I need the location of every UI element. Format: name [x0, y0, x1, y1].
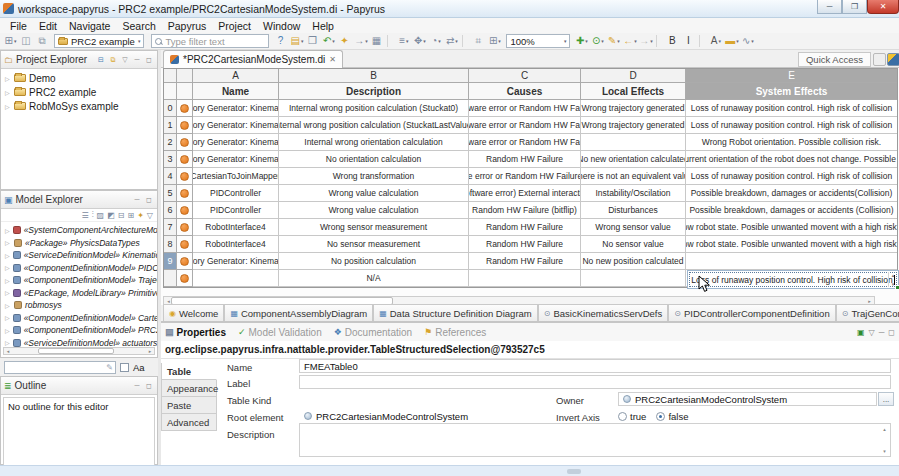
- system-effects-cell[interactable]: Possible breakdown, damages or accidents…: [686, 202, 897, 219]
- column-letter-e[interactable]: E: [686, 69, 897, 83]
- match-case-checkbox[interactable]: [120, 363, 129, 372]
- expand-arrow-icon[interactable]: ▷: [5, 327, 10, 334]
- perspective-papyrus-icon[interactable]: [887, 53, 899, 66]
- toolbar-icon[interactable]: ✦: [337, 34, 352, 48]
- column-letter-c[interactable]: C: [469, 69, 581, 83]
- menu-item[interactable]: Help: [306, 19, 340, 33]
- row-header[interactable]: 3: [164, 151, 177, 168]
- description-cell[interactable]: No position calculation: [279, 253, 469, 270]
- row-header[interactable]: [164, 270, 177, 287]
- invert-axis-true-radio[interactable]: [618, 412, 627, 421]
- diagram-tab[interactable]: ◉ Welcome: [163, 304, 224, 321]
- model-explorer-hscrollbar[interactable]: ◂ ▸: [3, 347, 155, 355]
- toolbar-icon[interactable]: ⊞▾: [3, 34, 18, 48]
- scroll-right-icon[interactable]: ▸: [146, 348, 154, 354]
- close-icon[interactable]: ✕: [329, 55, 336, 64]
- row-header[interactable]: 8: [164, 236, 177, 253]
- expand-arrow-icon[interactable]: ▷: [5, 339, 10, 346]
- toolbar-icon[interactable]: ✚▾: [574, 34, 589, 48]
- toolbar-icon[interactable]: [387, 35, 393, 47]
- quick-access-input[interactable]: Quick Access: [798, 52, 871, 67]
- toolbar-icon[interactable]: ▤▾: [289, 34, 304, 48]
- link-with-editor-icon[interactable]: ✦: [137, 211, 144, 220]
- system-effects-cell[interactable]: Loss of runaway position control. High r…: [686, 100, 897, 117]
- column-letter-b[interactable]: B: [279, 69, 469, 83]
- view-menu-icon[interactable]: ▽: [120, 56, 130, 64]
- name-cell[interactable]: ajectory Generator: Kinematics..: [193, 151, 279, 168]
- scroll-down-icon[interactable]: ▾: [883, 448, 886, 454]
- model-tree-item[interactable]: ▷ «ComponentDefinitionModel» CartesianTo: [1, 312, 157, 325]
- system-effects-cell[interactable]: Unknow robot state. Posible unwanted mov…: [686, 236, 897, 253]
- scroll-down-icon[interactable]: ▾: [892, 282, 895, 286]
- menu-item[interactable]: Papyrus: [162, 19, 213, 33]
- textarea-scrollbar[interactable]: ▴ ▾: [880, 425, 889, 455]
- toolbar-icon[interactable]: ❐: [305, 34, 320, 48]
- column-header-local-effects[interactable]: Local Effects: [581, 83, 686, 100]
- causes-cell[interactable]: Software error or Random HW Failure: [469, 117, 581, 134]
- expand-arrow-icon[interactable]: ▷: [5, 314, 10, 321]
- name-cell[interactable]: CartesianToJoinMapper: [193, 168, 279, 185]
- minimize-view-icon[interactable]: ─: [132, 382, 142, 389]
- toolbar-icon[interactable]: I: [681, 34, 696, 48]
- expand-arrow-icon[interactable]: ▷: [5, 302, 11, 309]
- row-marker-cell[interactable]: [177, 151, 193, 168]
- properties-view-tab[interactable]: ⚑ References: [424, 327, 486, 338]
- local-effects-cell[interactable]: [581, 134, 686, 151]
- system-effects-cell[interactable]: Wrong Robot orientation. Possible collis…: [686, 134, 897, 151]
- description-cell[interactable]: No sensor measurement: [279, 236, 469, 253]
- causes-cell[interactable]: Random HW Failure: [469, 236, 581, 253]
- system-effects-cell[interactable]: Unknow robot state. Posible unwanted mov…: [686, 219, 897, 236]
- name-cell[interactable]: RobotInterface4: [193, 219, 279, 236]
- row-marker-cell[interactable]: [177, 253, 193, 270]
- menu-item[interactable]: File: [4, 19, 33, 33]
- system-effects-cell[interactable]: Loss of runaway position control. High r…: [686, 117, 897, 134]
- column-header-system-effects[interactable]: System Effects: [686, 83, 897, 100]
- maximize-view-icon[interactable]: ◻: [144, 56, 154, 64]
- column-header-description[interactable]: Description: [279, 83, 469, 100]
- local-effects-cell[interactable]: Wrong trajectory generated: [581, 100, 686, 117]
- properties-view-tab[interactable]: ✓ Model Validation: [238, 327, 322, 338]
- name-cell[interactable]: RobotInterface4: [193, 236, 279, 253]
- toolbar-icon[interactable]: [699, 35, 705, 47]
- sort-icon[interactable]: ☰: [81, 211, 88, 220]
- toolbar-icon[interactable]: A▾: [708, 34, 723, 48]
- row-marker-cell[interactable]: [177, 185, 193, 202]
- expand-arrow-icon[interactable]: ▷: [5, 239, 11, 246]
- pin-view-icon[interactable]: ▣: [857, 328, 865, 337]
- description-textarea[interactable]: ▴ ▾: [299, 423, 891, 457]
- toolbar-icon[interactable]: ∿▾: [740, 34, 755, 48]
- row-marker-cell[interactable]: [177, 219, 193, 236]
- description-cell[interactable]: Wrong value calculation: [279, 185, 469, 202]
- perspective-other-icon[interactable]: [873, 53, 886, 66]
- fill-handle[interactable]: [895, 285, 899, 290]
- zoom-combo[interactable]: 100% ▾: [506, 34, 570, 48]
- description-cell[interactable]: Internal wrong orientation calculation: [279, 134, 469, 151]
- diagram-tab[interactable]: ▦ Data Structure Definition Diagram: [373, 304, 538, 321]
- row-header[interactable]: 4: [164, 168, 177, 185]
- row-header[interactable]: 1: [164, 117, 177, 134]
- name-cell[interactable]: ajectory Generator: Kinematics..: [193, 253, 279, 270]
- toolbar-icon[interactable]: ⧉: [35, 34, 50, 48]
- properties-side-tab[interactable]: Paste: [161, 397, 217, 414]
- model-tree-item[interactable]: ▷ «ComponentDefinitionModel» PRC2Robot: [1, 324, 157, 337]
- description-cell[interactable]: N/A: [279, 270, 469, 287]
- toolbar-icon[interactable]: ◔▾: [428, 34, 443, 48]
- model-tree-item[interactable]: ▷ «SystemComponentArchitectureModel, S: [1, 224, 157, 237]
- toolbar-icon[interactable]: ✎▾: [606, 34, 621, 48]
- toolbar-icon[interactable]: →▾: [353, 34, 368, 48]
- causes-cell[interactable]: Random HW Failure: [469, 219, 581, 236]
- row-header[interactable]: 6: [164, 202, 177, 219]
- toolbar-icon[interactable]: ⊙▾: [590, 34, 605, 48]
- local-effects-cell[interactable]: Wrong sensor value: [581, 219, 686, 236]
- model-tree-item[interactable]: ▷ «Package» PhysicsDataTypes: [1, 237, 157, 250]
- toolbar-icon[interactable]: ←▾: [622, 34, 637, 48]
- new-diagram-icon[interactable]: ◩: [107, 211, 115, 220]
- owner-field[interactable]: PRC2CartesianModeControlSystem: [618, 392, 877, 406]
- project-tree-item[interactable]: ▷ Demo: [1, 71, 157, 85]
- causes-cell[interactable]: Random HW Failure (bitflip): [469, 202, 581, 219]
- maximize-view-icon[interactable]: ◻: [144, 382, 154, 390]
- properties-side-tab[interactable]: Table: [161, 363, 217, 380]
- column-letter-a[interactable]: A: [193, 69, 279, 83]
- toolbar-icon[interactable]: →▾: [638, 34, 653, 48]
- properties-side-tab[interactable]: Advanced: [161, 414, 217, 431]
